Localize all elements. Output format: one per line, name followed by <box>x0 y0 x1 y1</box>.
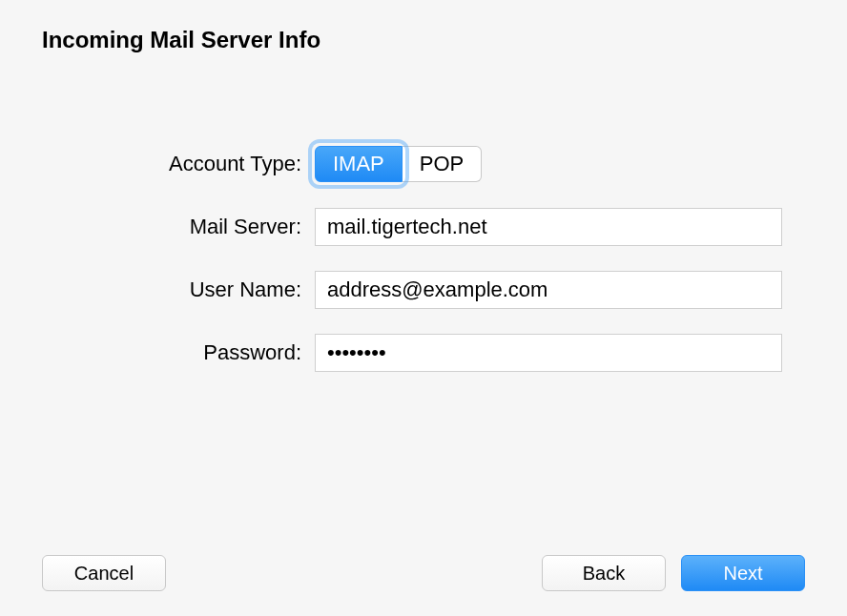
row-password: Password: <box>0 332 847 374</box>
back-button[interactable]: Back <box>542 555 666 591</box>
next-button[interactable]: Next <box>681 555 805 591</box>
cancel-button[interactable]: Cancel <box>42 555 166 591</box>
user-name-input[interactable] <box>315 271 782 309</box>
account-type-label: Account Type: <box>0 152 315 176</box>
form: Account Type: IMAP POP Mail Server: User… <box>0 143 847 395</box>
mail-server-label: Mail Server: <box>0 215 315 239</box>
user-name-label: User Name: <box>0 277 315 302</box>
row-mail-server: Mail Server: <box>0 206 847 248</box>
row-user-name: User Name: <box>0 269 847 311</box>
account-type-segmented[interactable]: IMAP POP <box>315 146 482 182</box>
password-label: Password: <box>0 340 315 365</box>
page-title: Incoming Mail Server Info <box>42 27 320 53</box>
password-input[interactable] <box>315 334 782 372</box>
segment-imap[interactable]: IMAP <box>315 146 403 182</box>
row-account-type: Account Type: IMAP POP <box>0 143 847 185</box>
segment-pop[interactable]: POP <box>403 146 482 182</box>
footer: Cancel Back Next <box>0 555 847 591</box>
mail-server-input[interactable] <box>315 208 782 246</box>
